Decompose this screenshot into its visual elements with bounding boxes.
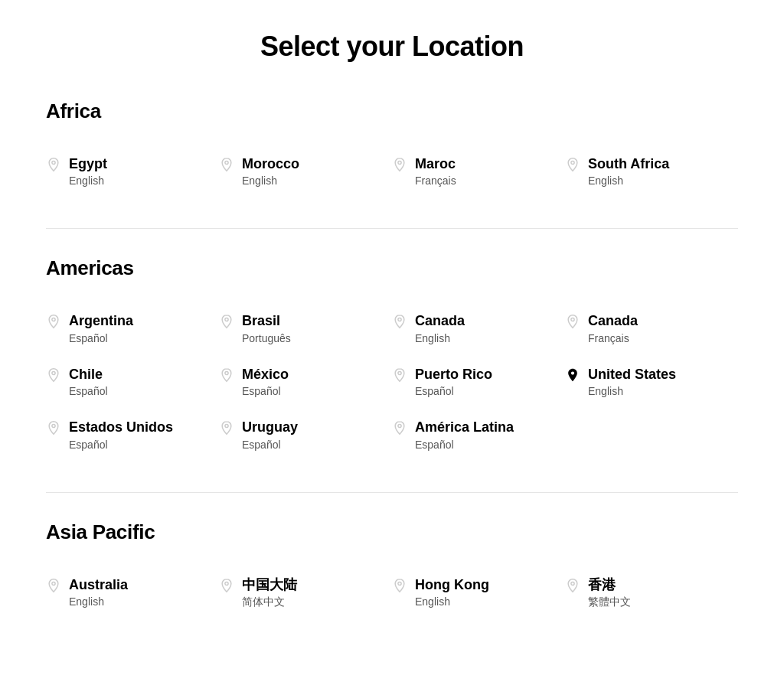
location-lang-united-states: English xyxy=(588,385,676,397)
svg-point-3 xyxy=(571,161,574,164)
location-name-morocco-en: Morocco xyxy=(242,155,299,173)
location-item-morocco-en[interactable]: MoroccoEnglish xyxy=(219,145,392,197)
location-item-canada-en[interactable]: CanadaEnglish xyxy=(392,302,565,354)
location-lang-uruguay: Español xyxy=(242,439,298,451)
svg-point-14 xyxy=(52,582,55,585)
pin-icon-united-states xyxy=(565,367,580,383)
location-lang-maroc-fr: Français xyxy=(415,174,456,187)
location-text-hong-kong-en: Hong KongEnglish xyxy=(415,576,489,608)
location-item-egypt[interactable]: EgyptEnglish xyxy=(46,145,219,197)
pin-icon-puerto-rico xyxy=(392,367,407,383)
pin-icon-canada-en xyxy=(392,314,407,329)
location-text-maroc-fr: MarocFrançais xyxy=(415,155,456,187)
location-item-america-latina[interactable]: América LatinaEspañol xyxy=(392,408,565,461)
location-name-mexico: México xyxy=(242,366,289,383)
location-grid-africa: EgyptEnglish MoroccoEnglish MarocFrançai… xyxy=(46,145,738,197)
location-text-canada-fr: CanadaFrançais xyxy=(588,312,638,344)
location-name-canada-en: Canada xyxy=(415,312,465,330)
page-title: Select your Location xyxy=(46,31,738,63)
pin-icon-australia xyxy=(46,578,61,593)
location-name-hong-kong-en: Hong Kong xyxy=(415,576,489,594)
pin-icon-hong-kong-zh xyxy=(565,578,580,593)
location-lang-morocco-en: English xyxy=(242,174,299,187)
svg-point-15 xyxy=(225,582,228,585)
region-africa: Africa EgyptEnglish MoroccoEnglish Maroc… xyxy=(46,99,738,197)
location-item-estados-unidos[interactable]: Estados UnidosEspañol xyxy=(46,408,219,461)
location-lang-south-africa: English xyxy=(588,174,669,187)
pin-icon-chile xyxy=(46,367,61,383)
location-text-canada-en: CanadaEnglish xyxy=(415,312,465,344)
svg-point-1 xyxy=(225,161,228,164)
location-lang-canada-en: English xyxy=(415,332,465,344)
svg-point-8 xyxy=(52,371,55,374)
location-text-united-states: United StatesEnglish xyxy=(588,366,676,397)
location-lang-china-mainland: 简体中文 xyxy=(242,595,297,609)
location-item-chile[interactable]: ChileEspañol xyxy=(46,355,219,408)
svg-point-17 xyxy=(571,582,574,585)
region-title-asia-pacific: Asia Pacific xyxy=(46,520,738,544)
pin-icon-china-mainland xyxy=(219,578,234,593)
region-asia-pacific: Asia Pacific AustraliaEnglish 中国大陆简体中文 H… xyxy=(46,520,738,620)
location-lang-chile: Español xyxy=(69,385,108,397)
pin-icon-maroc-fr xyxy=(392,157,407,172)
location-text-chile: ChileEspañol xyxy=(69,366,108,397)
location-text-brasil: BrasilPortuguês xyxy=(242,312,291,344)
svg-point-13 xyxy=(398,425,401,428)
location-name-uruguay: Uruguay xyxy=(242,419,298,436)
pin-icon-canada-fr xyxy=(565,314,580,329)
location-lang-brasil: Português xyxy=(242,332,291,344)
pin-icon-morocco-en xyxy=(219,157,234,172)
pin-icon-egypt xyxy=(46,157,61,172)
location-text-morocco-en: MoroccoEnglish xyxy=(242,155,299,187)
location-text-mexico: MéxicoEspañol xyxy=(242,366,289,397)
pin-icon-south-africa xyxy=(565,157,580,172)
svg-point-9 xyxy=(225,371,228,374)
location-name-united-states: United States xyxy=(588,366,676,383)
location-name-estados-unidos: Estados Unidos xyxy=(69,419,173,436)
location-item-australia[interactable]: AustraliaEnglish xyxy=(46,566,219,620)
location-grid-asia-pacific: AustraliaEnglish 中国大陆简体中文 Hong KongEngli… xyxy=(46,566,738,620)
location-item-canada-fr[interactable]: CanadaFrançais xyxy=(565,302,738,354)
location-item-maroc-fr[interactable]: MarocFrançais xyxy=(392,145,565,197)
location-lang-hong-kong-en: English xyxy=(415,595,489,608)
location-name-chile: Chile xyxy=(69,366,108,383)
location-name-south-africa: South Africa xyxy=(588,155,669,173)
location-item-south-africa[interactable]: South AfricaEnglish xyxy=(565,145,738,197)
pin-icon-argentina xyxy=(46,314,61,329)
location-lang-argentina: Español xyxy=(69,332,133,344)
location-item-china-mainland[interactable]: 中国大陆简体中文 xyxy=(219,566,392,620)
location-lang-australia: English xyxy=(69,595,128,608)
location-item-brasil[interactable]: BrasilPortuguês xyxy=(219,302,392,354)
location-text-argentina: ArgentinaEspañol xyxy=(69,312,133,344)
location-item-puerto-rico[interactable]: Puerto RicoEspañol xyxy=(392,355,565,408)
location-text-egypt: EgyptEnglish xyxy=(69,155,107,187)
location-item-argentina[interactable]: ArgentinaEspañol xyxy=(46,302,219,354)
location-name-egypt: Egypt xyxy=(69,155,107,173)
location-grid-americas: ArgentinaEspañol BrasilPortuguês CanadaE… xyxy=(46,302,738,461)
location-text-china-mainland: 中国大陆简体中文 xyxy=(242,576,297,609)
location-item-united-states[interactable]: United StatesEnglish xyxy=(565,355,738,408)
region-americas: Americas ArgentinaEspañol BrasilPortuguê… xyxy=(46,256,738,461)
location-item-uruguay[interactable]: UruguayEspañol xyxy=(219,408,392,461)
pin-icon-hong-kong-en xyxy=(392,578,407,593)
location-text-australia: AustraliaEnglish xyxy=(69,576,128,608)
svg-point-7 xyxy=(571,318,574,321)
location-text-puerto-rico: Puerto RicoEspañol xyxy=(415,366,492,397)
location-item-hong-kong-zh[interactable]: 香港繁體中文 xyxy=(565,566,738,620)
svg-point-0 xyxy=(52,161,55,164)
svg-point-6 xyxy=(398,318,401,321)
location-name-brasil: Brasil xyxy=(242,312,291,330)
pin-icon-estados-unidos xyxy=(46,420,61,435)
svg-point-2 xyxy=(398,161,401,164)
location-name-canada-fr: Canada xyxy=(588,312,638,330)
location-item-mexico[interactable]: MéxicoEspañol xyxy=(219,355,392,408)
location-lang-egypt: English xyxy=(69,174,107,187)
location-name-argentina: Argentina xyxy=(69,312,133,330)
location-lang-estados-unidos: Español xyxy=(69,439,173,451)
location-lang-hong-kong-zh: 繁體中文 xyxy=(588,595,631,609)
region-title-americas: Americas xyxy=(46,256,738,280)
location-lang-america-latina: Español xyxy=(415,439,514,451)
location-lang-puerto-rico: Español xyxy=(415,385,492,397)
location-item-hong-kong-en[interactable]: Hong KongEnglish xyxy=(392,566,565,620)
svg-point-5 xyxy=(225,318,228,321)
